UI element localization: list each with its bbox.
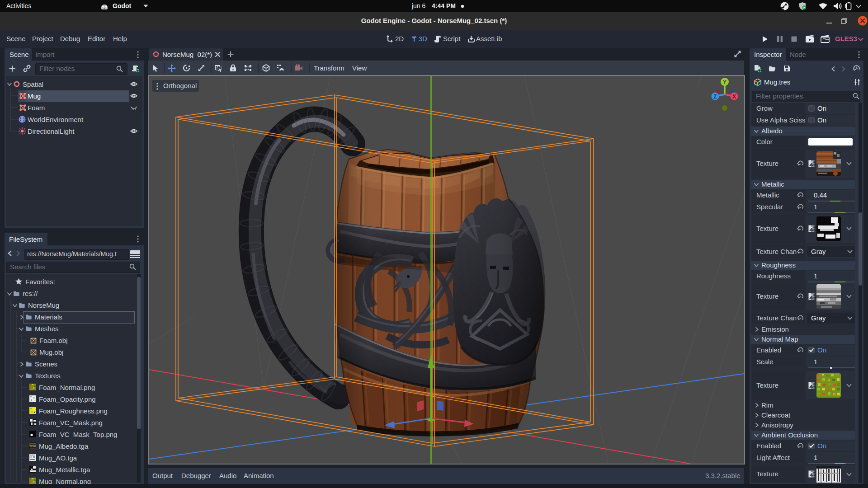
svg-text:X: X	[732, 94, 736, 100]
svg-text:Y: Y	[723, 79, 726, 85]
svg-text:Z: Z	[713, 94, 717, 100]
